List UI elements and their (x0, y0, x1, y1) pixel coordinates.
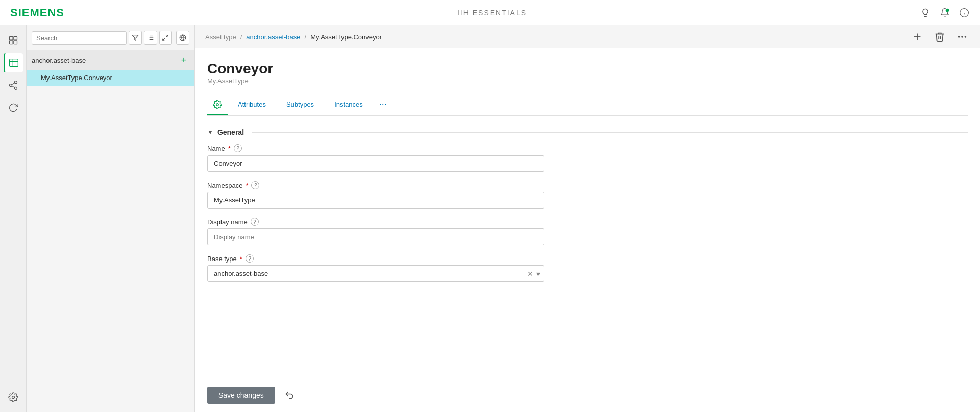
topbar-actions (920, 7, 970, 18)
namespace-required-star: * (246, 182, 248, 189)
base-type-input[interactable] (207, 265, 544, 282)
svg-rect-9 (10, 59, 18, 67)
section-chevron-icon: ▼ (207, 128, 213, 136)
name-input[interactable] (207, 155, 544, 172)
svg-point-13 (9, 84, 12, 87)
display-name-input[interactable] (207, 228, 544, 245)
svg-point-33 (965, 36, 966, 37)
name-label: Name * ? (207, 144, 968, 152)
base-type-label: Base type * ? (207, 254, 968, 263)
svg-line-16 (12, 83, 15, 84)
name-help-icon[interactable]: ? (234, 144, 242, 152)
siemens-logo: SIEMENS (10, 6, 64, 19)
sidebar-settings-icon[interactable] (4, 388, 23, 407)
namespace-label: Namespace * ? (207, 181, 968, 189)
sidebar-share-icon[interactable] (4, 75, 23, 95)
general-section-header[interactable]: ▼ General (207, 128, 968, 136)
base-type-controls: ✕ ▾ (527, 270, 540, 278)
breadcrumb-bar: Asset type / anchor.asset-base / My.Asse… (195, 25, 980, 48)
globe-icon[interactable] (176, 31, 189, 45)
asset-subtitle: My.AssetType (207, 77, 968, 85)
app-title: IIH ESSENTIALS (457, 9, 527, 17)
sort-icon[interactable] (144, 31, 157, 45)
svg-rect-5 (9, 37, 13, 40)
expand-icon[interactable] (159, 31, 173, 45)
delete-button[interactable] (932, 29, 947, 44)
more-tabs-button[interactable]: ··· (373, 94, 393, 115)
svg-point-34 (216, 103, 219, 106)
display-name-help-icon[interactable]: ? (251, 218, 259, 226)
breadcrumb-sep2: / (305, 33, 307, 41)
attributes-tab[interactable]: Attributes (228, 95, 276, 114)
tabs-bar: Attributes Subtypes Instances ··· (207, 94, 968, 116)
svg-rect-7 (9, 41, 13, 44)
display-name-field-group: Display name ? (207, 218, 968, 245)
namespace-field-group: Namespace * ? (207, 181, 968, 209)
svg-line-25 (166, 35, 168, 37)
main-layout: anchor.asset-base + My.AssetType.Conveyo… (0, 25, 980, 412)
add-button[interactable] (910, 29, 925, 44)
subtypes-tab[interactable]: Subtypes (276, 95, 324, 114)
sidebar-chart-icon[interactable] (4, 53, 23, 72)
base-type-clear-icon[interactable]: ✕ (527, 270, 533, 278)
asset-title: Conveyor (207, 61, 968, 77)
base-type-help-icon[interactable]: ? (246, 254, 254, 263)
save-changes-button[interactable]: Save changes (207, 387, 275, 404)
svg-point-12 (14, 81, 17, 84)
content-area: Asset type / anchor.asset-base / My.Asse… (195, 25, 980, 412)
svg-point-32 (962, 36, 963, 37)
lightbulb-icon[interactable] (920, 7, 931, 18)
sidebar-refresh-icon[interactable] (4, 98, 23, 117)
svg-point-1 (946, 8, 949, 12)
breadcrumb-actions (910, 29, 970, 44)
base-type-required-star: * (240, 255, 242, 263)
tree-content: anchor.asset-base + My.AssetType.Conveyo… (27, 50, 194, 412)
svg-line-26 (163, 38, 165, 40)
filter-icon[interactable] (129, 31, 142, 45)
display-name-label: Display name ? (207, 218, 968, 226)
breadcrumb: Asset type / anchor.asset-base / My.Asse… (205, 33, 382, 41)
topbar: SIEMENS IIH ESSENTIALS (0, 0, 980, 25)
svg-marker-18 (132, 35, 138, 41)
reset-button[interactable] (281, 387, 298, 403)
tab-gear-icon[interactable] (207, 95, 228, 115)
svg-rect-6 (13, 37, 17, 40)
tree-item-label: anchor.asset-base (32, 57, 86, 64)
breadcrumb-current: My.AssetType.Conveyor (310, 33, 382, 41)
svg-point-17 (12, 396, 14, 399)
breadcrumb-static: Asset type (205, 33, 236, 41)
breadcrumb-sep1: / (240, 33, 242, 41)
notifications-icon[interactable] (939, 7, 950, 18)
form-area: Conveyor My.AssetType Attributes Subtype… (195, 48, 980, 378)
name-field-group: Name * ? (207, 144, 968, 172)
svg-point-31 (959, 36, 960, 37)
name-required-star: * (228, 145, 231, 152)
instances-tab[interactable]: Instances (324, 95, 373, 114)
sidebar-home-icon[interactable] (4, 31, 23, 50)
svg-line-15 (12, 86, 15, 87)
svg-point-14 (14, 87, 17, 89)
base-type-field-group: Base type * ? ✕ ▾ (207, 254, 968, 282)
search-input[interactable] (32, 31, 127, 45)
icon-sidebar (0, 25, 27, 412)
svg-rect-8 (13, 41, 17, 44)
base-type-dropdown-icon[interactable]: ▾ (536, 270, 540, 278)
section-divider (252, 132, 968, 133)
anchor-asset-base-item[interactable]: anchor.asset-base + (27, 50, 194, 70)
footer-actions: Save changes (195, 378, 980, 412)
namespace-input[interactable] (207, 192, 544, 209)
info-icon[interactable] (959, 7, 970, 18)
add-child-icon[interactable]: + (178, 55, 189, 66)
my-assettype-conveyor-item[interactable]: My.AssetType.Conveyor (27, 70, 194, 86)
section-label: General (217, 128, 244, 136)
breadcrumb-link[interactable]: anchor.asset-base (246, 33, 300, 41)
base-type-wrapper: ✕ ▾ (207, 265, 544, 282)
search-bar (27, 25, 194, 50)
more-options-button[interactable] (954, 29, 970, 44)
tree-item-label: My.AssetType.Conveyor (41, 74, 112, 82)
tree-panel: anchor.asset-base + My.AssetType.Conveyo… (27, 25, 195, 412)
namespace-help-icon[interactable]: ? (251, 181, 259, 189)
